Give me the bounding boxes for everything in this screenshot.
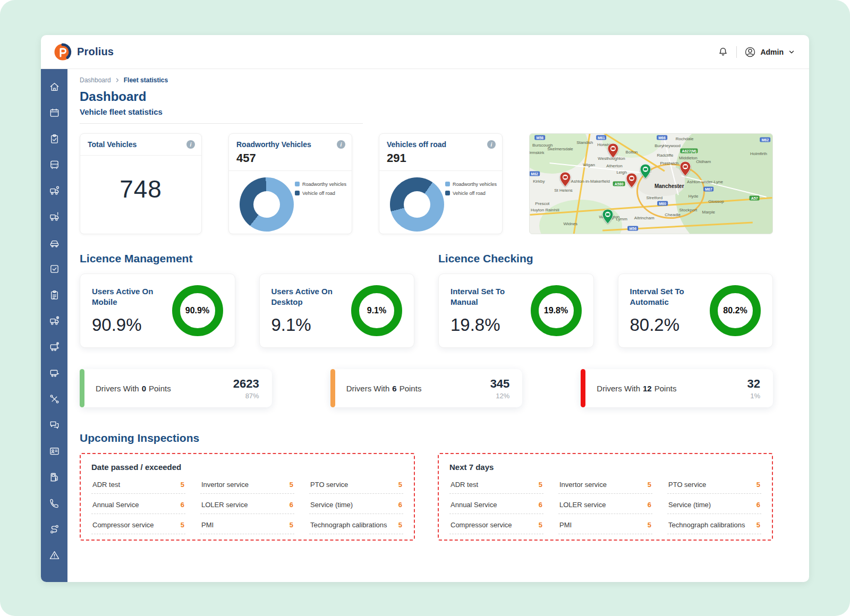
total-vehicles-value: 748 bbox=[80, 175, 201, 203]
map-town-label: Huyton Rainhill bbox=[531, 207, 559, 212]
sidebar-item-reports[interactable] bbox=[46, 287, 62, 303]
map-town-label: Manchester bbox=[654, 183, 684, 189]
sidebar-item-calendar[interactable] bbox=[46, 105, 62, 121]
map-pin-red[interactable] bbox=[607, 143, 618, 160]
sidebar-item-cars[interactable] bbox=[46, 235, 62, 251]
inspection-item[interactable]: Compressor service5 bbox=[91, 514, 185, 534]
licence-checking-heading: Licence Checking bbox=[438, 252, 773, 265]
map-pin-green[interactable] bbox=[640, 164, 651, 181]
sidebar-item-trailer-info[interactable] bbox=[46, 339, 62, 355]
sidebar-item-routes[interactable] bbox=[46, 521, 62, 537]
inspections-panels: Date passed / exceeded ADR test5 Inverto… bbox=[80, 453, 773, 541]
sidebar-item-truck-alerts[interactable] bbox=[46, 209, 62, 225]
date-passed-panel: Date passed / exceeded ADR test5 Inverto… bbox=[80, 453, 415, 541]
map-pin-red[interactable] bbox=[560, 172, 571, 189]
brand-name: Prolius bbox=[77, 46, 114, 58]
sidebar-item-fuel[interactable] bbox=[46, 469, 62, 485]
map-town-label: Ormskirk bbox=[529, 150, 544, 155]
inspection-item[interactable]: Compressor service5 bbox=[449, 514, 543, 534]
breadcrumb-dashboard-link[interactable]: Dashboard bbox=[80, 76, 111, 84]
info-icon[interactable]: i bbox=[337, 140, 345, 149]
inspection-item[interactable]: Service (time)6 bbox=[667, 494, 761, 514]
licence-management-section: Licence Management Users Active On Mobil… bbox=[80, 234, 414, 348]
driver-points-label: Drivers With6Points bbox=[346, 384, 422, 393]
clipboard-list-icon bbox=[49, 289, 60, 301]
route-icon bbox=[49, 524, 60, 535]
page-subtitle: Vehicle fleet statistics bbox=[80, 107, 163, 116]
licence-sections: Licence Management Users Active On Mobil… bbox=[80, 234, 773, 348]
legend-label: Roadworthy vehicles bbox=[453, 182, 497, 187]
inspection-item[interactable]: ADR test5 bbox=[91, 474, 185, 494]
info-icon[interactable]: i bbox=[186, 140, 195, 149]
brand-logo[interactable]: Prolius bbox=[54, 43, 114, 61]
offroad-label: Vehicles off road bbox=[387, 140, 446, 150]
fleet-stats-row: Total Vehicles i 748 Roadworthy Vehicles… bbox=[80, 133, 773, 234]
inspection-item[interactable]: ADR test5 bbox=[449, 474, 543, 494]
sidebar-item-truck-info[interactable] bbox=[46, 313, 62, 329]
map-town-label: Heywood bbox=[663, 143, 681, 148]
driver-percent: 12% bbox=[490, 392, 510, 400]
inspection-item[interactable]: PTO service5 bbox=[309, 474, 403, 494]
card-value: 80.2% bbox=[630, 315, 710, 335]
map-road-badge: M61 bbox=[596, 135, 607, 140]
info-icon[interactable]: i bbox=[487, 140, 496, 149]
truck-info-icon bbox=[49, 315, 60, 327]
map-pin-green[interactable] bbox=[602, 209, 614, 226]
legend-swatch-offroad bbox=[295, 191, 300, 195]
sidebar-item-support[interactable] bbox=[46, 495, 62, 511]
inspection-item[interactable]: Annual Service6 bbox=[91, 494, 185, 514]
inspection-item[interactable]: Annual Service6 bbox=[449, 494, 543, 514]
map-pin-red[interactable] bbox=[680, 161, 691, 178]
map-pin-red[interactable] bbox=[626, 173, 638, 190]
licence-checking-section: Licence Checking Interval Set To Manual … bbox=[438, 234, 773, 348]
inspection-item[interactable]: LOLER service6 bbox=[558, 494, 652, 514]
notifications-bell-icon[interactable] bbox=[717, 46, 729, 58]
sidebar-item-home[interactable] bbox=[46, 79, 62, 95]
driver-count: 345 bbox=[490, 377, 510, 391]
home-icon bbox=[49, 81, 60, 92]
sidebar-item-approved-checks[interactable] bbox=[46, 261, 62, 277]
inspection-item[interactable]: Technograph calibrations5 bbox=[309, 514, 403, 534]
sidebar-item-workshop[interactable] bbox=[46, 391, 62, 407]
interval-manual-card: Interval Set To Manual 19.8% 19.8% bbox=[438, 273, 594, 348]
map-road-badge: M60 bbox=[657, 201, 668, 206]
legend-swatch-offroad bbox=[445, 191, 450, 195]
drivers-6-points-card: Drivers With6Points 345 12% bbox=[330, 369, 523, 407]
map-road-badge: A580 bbox=[613, 182, 625, 186]
sidebar-item-drivers[interactable] bbox=[46, 443, 62, 459]
top-bar: Prolius Admin bbox=[41, 35, 809, 69]
inspection-item[interactable]: Invertor service5 bbox=[558, 474, 652, 494]
inspection-item[interactable]: Invertor service5 bbox=[200, 474, 294, 494]
chart-legend: Roadworthy vehicles Vehicle off road bbox=[295, 182, 346, 232]
inspection-item[interactable]: PTO service5 bbox=[667, 474, 761, 494]
map-road-badge: M56 bbox=[627, 226, 638, 230]
driver-count: 32 bbox=[747, 377, 760, 391]
sidebar-item-inspections[interactable] bbox=[46, 131, 62, 147]
upcoming-inspections-heading: Upcoming Inspections bbox=[80, 432, 773, 444]
chevron-down-icon bbox=[788, 48, 795, 56]
sidebar-item-messages[interactable] bbox=[46, 417, 62, 433]
percentage-ring: 90.9% bbox=[172, 285, 223, 336]
legend-swatch-roadworthy bbox=[295, 182, 300, 186]
percentage-ring: 80.2% bbox=[710, 285, 761, 336]
sidebar-item-buses[interactable] bbox=[46, 157, 62, 173]
inspection-item[interactable]: Technograph calibrations5 bbox=[667, 514, 761, 534]
sidebar-item-trailers[interactable] bbox=[46, 365, 62, 381]
users-active-desktop-card: Users Active On Desktop 9.1% 9.1% bbox=[259, 273, 415, 348]
inspection-item[interactable]: LOLER service6 bbox=[200, 494, 294, 514]
breadcrumb-chevron-icon bbox=[115, 78, 120, 83]
map-town-label: Bury bbox=[654, 143, 663, 148]
user-menu[interactable]: Admin bbox=[744, 46, 795, 58]
chart-legend: Roadworthy vehicles Vehicle off road bbox=[445, 182, 497, 232]
clipboard-check-icon bbox=[49, 133, 60, 144]
legend-swatch-roadworthy bbox=[445, 182, 450, 186]
driver-count: 2623 bbox=[233, 377, 259, 391]
sidebar-item-truck-settings[interactable] bbox=[46, 183, 62, 199]
vehicles-off-road-card: Vehicles off road 291 i Roadworthy vehic… bbox=[379, 133, 503, 234]
inspection-item[interactable]: PMI5 bbox=[200, 514, 294, 534]
inspection-item[interactable]: PMI5 bbox=[558, 514, 652, 534]
sidebar-item-alerts[interactable] bbox=[46, 547, 62, 563]
fleet-map[interactable]: ManchesterBoltonBuryRochdaleHeywoodMiddl… bbox=[529, 133, 773, 234]
map-town-label: Prescot bbox=[535, 201, 549, 206]
inspection-item[interactable]: Service (time)6 bbox=[309, 494, 403, 514]
